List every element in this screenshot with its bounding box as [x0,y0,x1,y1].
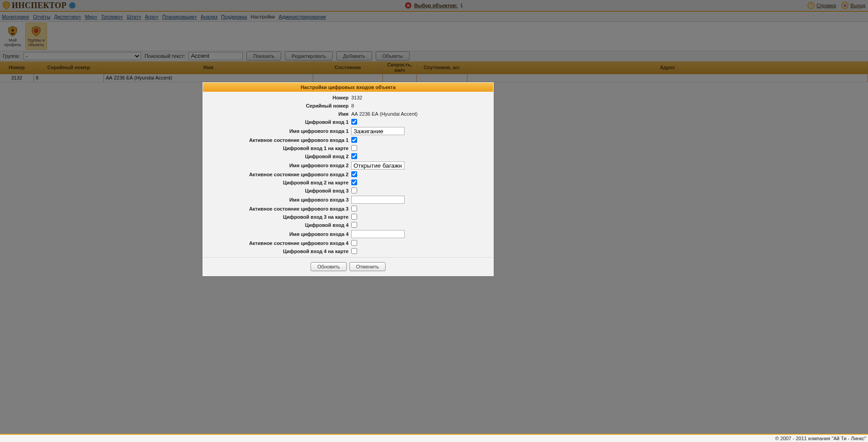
inp-in1-name[interactable] [351,127,405,135]
lbl-num: Номер [206,95,350,100]
chk-in3[interactable] [351,188,357,193]
inp-in2-name[interactable] [351,161,405,169]
digital-inputs-dialog: Настройки цифровых входов объекта Номер3… [203,82,494,276]
lbl-in3-name: Имя цифрового входа 3 [206,197,350,202]
lbl-in3: Цифровой вход 3 [206,188,350,193]
lbl-in4-active: Активное состояние цифрового входа 4 [206,240,350,246]
inp-in4-name[interactable] [351,230,405,238]
lbl-ser: Серийный номер [206,103,350,108]
lbl-in1-active: Активное состояние цифрового входа 1 [206,137,350,143]
chk-in3-map[interactable] [351,214,357,220]
chk-in1-active[interactable] [351,137,357,143]
lbl-in2: Цифровой вход 2 [206,154,350,159]
dialog-title: Настройки цифровых входов объекта [203,83,493,92]
cancel-button[interactable]: Отменить [349,262,386,271]
inp-in3-name[interactable] [351,196,405,204]
lbl-in1: Цифровой вход 1 [206,119,350,125]
val-ser: 8 [350,103,491,108]
val-num: 3132 [350,95,491,100]
lbl-in2-active: Активное состояние цифрового входа 2 [206,172,350,177]
copyright: © 2007 - 2011 компания "Ай Ти - Линкс" [775,436,866,441]
chk-in4[interactable] [351,222,357,228]
val-name: АА 2236 ЕА (Hyundai Accent) [350,111,491,117]
lbl-name: Имя [206,111,350,117]
lbl-in2-name: Имя цифрового входа 2 [206,163,350,168]
lbl-in4: Цифровой вход 4 [206,222,350,228]
lbl-in4-name: Имя цифрового входа 4 [206,231,350,237]
lbl-in2-map: Цифровой вход 2 на карте [206,180,350,185]
chk-in4-active[interactable] [351,240,357,246]
lbl-in4-map: Цифровой вход 4 на карте [206,249,350,254]
lbl-in3-active: Активное состояние цифрового входа 3 [206,206,350,212]
chk-in2-active[interactable] [351,171,357,177]
chk-in1[interactable] [351,119,357,125]
update-button[interactable]: Обновить [311,262,347,271]
lbl-in1-name: Имя цифрового входа 1 [206,128,350,134]
chk-in1-map[interactable] [351,145,357,151]
lbl-in1-map: Цифровой вход 1 на карте [206,146,350,151]
chk-in4-map[interactable] [351,248,357,254]
lbl-in3-map: Цифровой вход 3 на карте [206,214,350,220]
footer: © 2007 - 2011 компания "Ай Ти - Линкс" [0,434,868,442]
chk-in2-map[interactable] [351,179,357,185]
chk-in2[interactable] [351,153,357,159]
chk-in3-active[interactable] [351,206,357,212]
